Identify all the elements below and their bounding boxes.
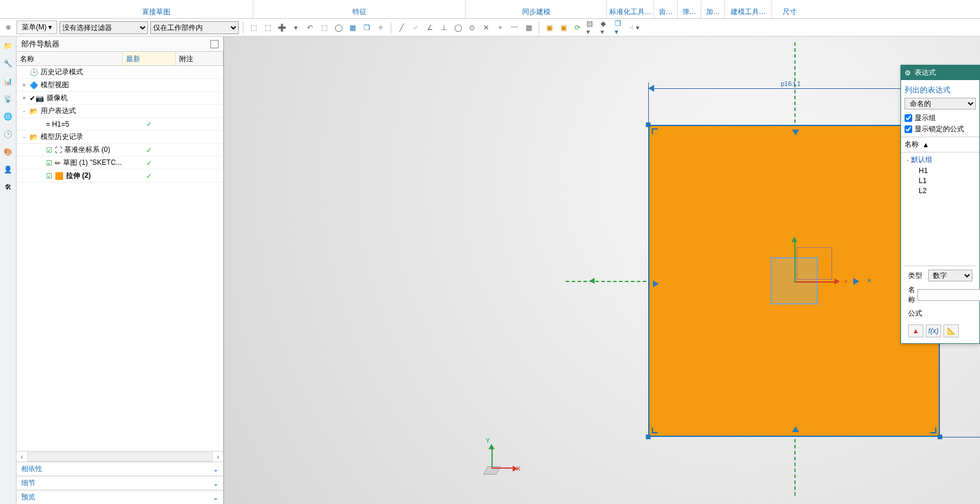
graphics-canvas[interactable]: p16:L1 p17:L2: [224, 37, 980, 504]
type-label: 类型: [908, 271, 926, 281]
tree-row[interactable]: = H1=5✓: [17, 118, 223, 131]
tb-refresh-icon[interactable]: ⟳: [572, 22, 583, 34]
gear-icon[interactable]: ⚙: [905, 69, 911, 77]
tb-icon-2[interactable]: ⬚: [262, 22, 273, 34]
fx-button[interactable]: f(x): [926, 324, 941, 337]
tree-row[interactable]: ☑✏草图 (1) "SKETC...✓: [17, 157, 223, 170]
scrollbar[interactable]: [27, 452, 213, 462]
tree-row[interactable]: +✔📷摄像机: [17, 92, 223, 105]
tb-plus-icon[interactable]: ➕: [276, 22, 288, 34]
scroll-left-icon[interactable]: ‹: [17, 453, 27, 461]
ribbon-group-add[interactable]: 加…: [706, 7, 720, 18]
nav-header-name[interactable]: 名称: [17, 52, 123, 65]
show-group-checkbox[interactable]: 显示组: [905, 113, 976, 123]
tb-line-icon[interactable]: ╱: [395, 22, 407, 34]
arrow-right-icon: [653, 280, 659, 287]
checkbox-icon[interactable]: ☑: [46, 172, 52, 180]
nav-section-dependency[interactable]: 相依性⌄: [17, 462, 223, 476]
ribbon-group-dim[interactable]: 尺寸: [783, 7, 797, 18]
show-locked-checkbox[interactable]: 显示锁定的公式: [905, 124, 976, 134]
tb-select-rect-icon[interactable]: ⬚: [318, 22, 330, 34]
expr-item[interactable]: H1: [907, 167, 976, 175]
tb-render-icon[interactable]: ◆ ▾: [600, 22, 612, 34]
expander-icon[interactable]: -: [21, 134, 27, 140]
dimension-top[interactable]: p16:L1: [648, 82, 940, 95]
expr-item[interactable]: L2: [907, 187, 976, 195]
tb-icon-1[interactable]: ⬚: [248, 22, 259, 34]
tree-row[interactable]: +🔷模型视图: [17, 79, 223, 92]
default-group[interactable]: 默认组: [911, 155, 932, 164]
menu-button[interactable]: 菜单(M) ▾: [17, 21, 57, 34]
expression-filter-select[interactable]: 命名的: [905, 98, 976, 110]
expander-icon[interactable]: +: [21, 82, 27, 88]
tb-view-icon-1[interactable]: ▣: [543, 22, 555, 34]
ribbon-group-gear[interactable]: 齿…: [659, 7, 673, 18]
ribbon-group-std[interactable]: 标准化工具…: [609, 7, 652, 18]
rail-tool-icon[interactable]: 🛠: [2, 181, 14, 193]
tree-row[interactable]: ☑⛶基准坐标系 (0)✓: [17, 144, 223, 157]
tree-row[interactable]: ☑🟧拉伸 (2)✓: [17, 170, 223, 183]
ribbon-group-sync[interactable]: 同步建模: [522, 7, 550, 18]
tb-undo-icon[interactable]: ↶: [304, 22, 316, 34]
tree-row[interactable]: -📂模型历史记录: [17, 131, 223, 144]
scroll-right-icon[interactable]: ›: [213, 453, 223, 461]
nav-section-details[interactable]: 细节⌄: [17, 476, 223, 490]
tb-arc-icon[interactable]: ⟋: [410, 22, 421, 34]
tb-perp-icon[interactable]: ⊥: [438, 22, 450, 34]
tb-select-lasso-icon[interactable]: ◯: [332, 22, 344, 34]
tb-center-icon[interactable]: ⊙: [466, 22, 478, 34]
tb-add-icon[interactable]: ＋: [494, 22, 506, 34]
snow-icon[interactable]: ❄: [2, 22, 14, 34]
tb-box-icon[interactable]: ▦: [347, 22, 358, 34]
selection-scope-select[interactable]: 仅在工作部件内: [150, 21, 239, 34]
view-triad[interactable]: Y X: [481, 439, 516, 475]
rail-history-icon[interactable]: 🕒: [2, 128, 14, 140]
expander-icon[interactable]: +: [21, 95, 27, 101]
expr-name-column[interactable]: 名称: [905, 140, 919, 150]
tb-path-icon[interactable]: 〰: [509, 22, 520, 34]
rail-web-icon[interactable]: 🌐: [2, 111, 14, 122]
name-input[interactable]: [918, 289, 980, 301]
unit-button[interactable]: 📐: [943, 324, 959, 337]
tb-cross-icon[interactable]: ✕: [480, 22, 492, 34]
checkbox-icon[interactable]: ☑: [46, 146, 52, 154]
rail-roles-icon[interactable]: 👤: [2, 164, 14, 175]
tb-cube-icon[interactable]: ❒: [361, 22, 372, 34]
checkbox-icon[interactable]: ☑: [46, 159, 52, 167]
tb-snap-icon[interactable]: ✧: [375, 22, 387, 34]
tb-layers-icon[interactable]: ▤ ▾: [586, 22, 598, 34]
nav-section-preview[interactable]: 预览⌄: [17, 490, 223, 504]
expander-icon[interactable]: -: [21, 108, 27, 114]
tb-grid-icon[interactable]: ▦: [523, 22, 534, 34]
ribbon-group-modeltools[interactable]: 建模工具…: [731, 7, 766, 18]
csys-icon: ⛶: [55, 146, 62, 154]
navigator-tree[interactable]: 🕒历史记录模式+🔷模型视图+✔📷摄像机-📂用户表达式= H1=5✓-📂模型历史记…: [17, 66, 223, 451]
tree-row[interactable]: 🕒历史记录模式: [17, 66, 223, 79]
rail-navigator-icon[interactable]: 📁: [2, 40, 14, 52]
tb-circle-icon[interactable]: ◯: [452, 22, 464, 34]
rail-reuse-icon[interactable]: 📡: [2, 93, 14, 105]
rail-color-icon[interactable]: 🎨: [2, 146, 14, 158]
selection-filter-select[interactable]: 没有选择过滤器: [60, 21, 148, 34]
nav-header-latest[interactable]: 最新: [123, 52, 176, 65]
rail-constraints-icon[interactable]: 📊: [2, 75, 14, 87]
sort-up-icon[interactable]: ▲: [922, 141, 929, 149]
type-select[interactable]: 数字: [928, 270, 972, 281]
grip[interactable]: [646, 435, 651, 439]
nav-header-note[interactable]: 附注: [176, 52, 223, 65]
tb-3d-icon[interactable]: ❒ ▾: [614, 22, 626, 34]
ribbon-group-sketch[interactable]: 直接草图: [142, 7, 170, 18]
ribbon-group-feature[interactable]: 特征: [352, 7, 367, 18]
tb-icon-3[interactable]: ▾: [290, 22, 302, 34]
tree-row[interactable]: -📂用户表达式: [17, 105, 223, 118]
tb-angle-icon[interactable]: ∠: [424, 22, 435, 34]
tb-view-icon-2[interactable]: ▣: [557, 22, 569, 34]
ribbon-group-spring[interactable]: 弹…: [682, 7, 697, 18]
rail-assembly-icon[interactable]: 🔧: [2, 58, 14, 69]
grip[interactable]: [646, 122, 651, 127]
expr-item[interactable]: L1: [907, 177, 976, 185]
tb-pattern-icon[interactable]: ⁖ ▾: [628, 22, 640, 34]
navigator-pin-icon[interactable]: [210, 40, 219, 48]
error-icon[interactable]: ▲: [908, 324, 923, 337]
group-expander[interactable]: -: [907, 157, 909, 163]
